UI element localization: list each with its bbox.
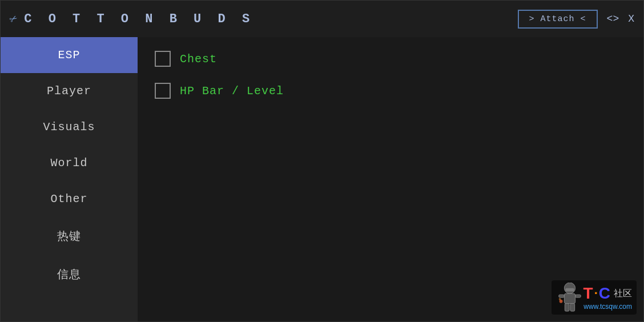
hpbar-checkbox-item: HP Bar / Level — [155, 83, 626, 99]
sidebar: ESP Player Visuals World Other 热键 信息 — [1, 37, 138, 321]
close-button[interactable]: X — [628, 13, 634, 25]
chest-checkbox[interactable] — [155, 51, 171, 67]
svg-point-8 — [558, 298, 561, 300]
main-content: ESP Player Visuals World Other 热键 信息 — [1, 37, 643, 321]
svg-rect-5 — [565, 304, 569, 311]
sidebar-item-hotkeys[interactable]: 热键 — [1, 217, 138, 255]
svg-rect-2 — [564, 293, 575, 303]
watermark-c: C — [599, 284, 610, 303]
hpbar-checkbox[interactable] — [155, 83, 171, 99]
embed-button[interactable]: <> — [607, 13, 619, 25]
hpbar-label: HP Bar / Level — [180, 84, 284, 98]
chest-label: Chest — [180, 53, 217, 66]
sidebar-item-player[interactable]: Player — [1, 73, 138, 109]
watermark-dot: · — [594, 286, 598, 301]
watermark-figure — [556, 283, 583, 312]
watermark: T · C 社区 www.tcsqw.com — [552, 280, 637, 315]
sidebar-item-visuals[interactable]: Visuals — [1, 109, 138, 145]
watermark-logo-line: T · C 社区 — [583, 284, 632, 303]
sidebar-item-world[interactable]: World — [1, 145, 138, 181]
sidebar-item-esp[interactable]: ESP — [1, 37, 138, 73]
watermark-combined: T · C 社区 www.tcsqw.com — [552, 280, 637, 315]
watermark-logo-block: T · C 社区 www.tcsqw.com — [583, 284, 632, 311]
watermark-url: www.tcsqw.com — [583, 303, 632, 311]
svg-rect-3 — [558, 295, 564, 297]
watermark-t: T — [583, 284, 593, 303]
sidebar-item-info[interactable]: 信息 — [1, 255, 138, 293]
svg-rect-4 — [575, 295, 581, 297]
app-icon: ✂ — [6, 10, 21, 27]
content-panel: Chest HP Bar / Level — [138, 37, 643, 321]
title-controls: > Attach < <> X — [518, 10, 634, 29]
svg-rect-1 — [565, 288, 574, 292]
title-left: ✂ C O T T O N B U D S — [10, 11, 254, 27]
title-bar: ✂ C O T T O N B U D S > Attach < <> X — [1, 1, 643, 37]
app-title: C O T T O N B U D S — [24, 12, 254, 26]
chest-checkbox-item: Chest — [155, 51, 626, 67]
app-window: ✂ C O T T O N B U D S > Attach < <> X ES… — [0, 0, 644, 322]
sidebar-item-other[interactable]: Other — [1, 181, 138, 217]
svg-rect-6 — [570, 304, 574, 311]
watermark-community: 社区 — [614, 288, 632, 300]
attach-button[interactable]: > Attach < — [518, 10, 598, 29]
